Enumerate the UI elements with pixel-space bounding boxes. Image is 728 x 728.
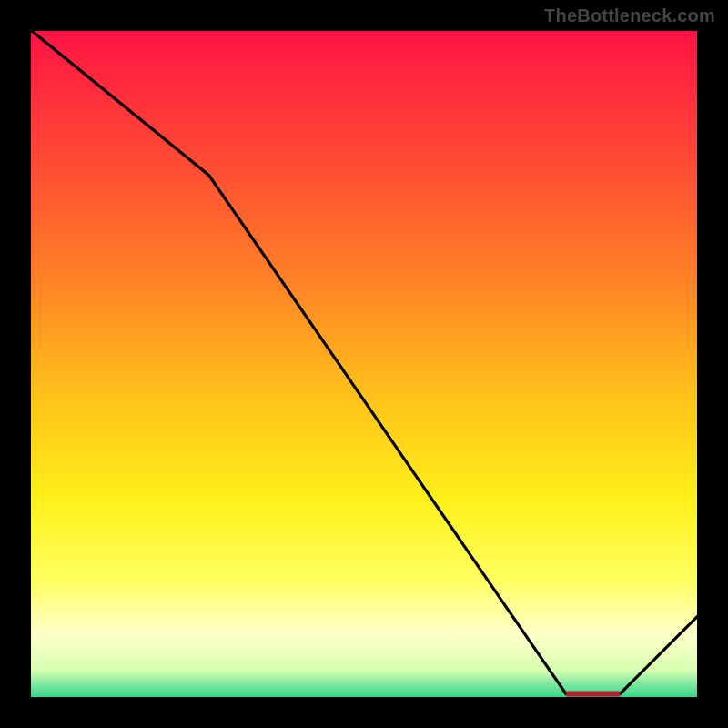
chart-container: TheBottleneck.com [0, 0, 728, 728]
optimal-zone-marker [566, 692, 620, 697]
plot-background [27, 27, 701, 701]
watermark-text: TheBottleneck.com [544, 5, 715, 26]
bottleneck-chart [0, 0, 728, 728]
